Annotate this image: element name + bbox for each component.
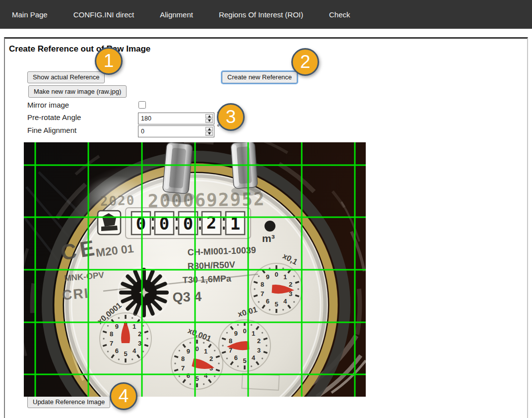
svg-text:2: 2 <box>138 330 141 338</box>
svg-text:4: 4 <box>283 298 287 305</box>
fine-alignment-spinner <box>205 126 213 136</box>
svg-text:9: 9 <box>266 273 269 281</box>
svg-text:4: 4 <box>252 354 256 361</box>
pre-rotate-spinner <box>205 114 213 123</box>
spin-down-button[interactable] <box>205 119 213 123</box>
svg-text:7: 7 <box>181 364 185 372</box>
spin-up-button[interactable] <box>205 127 213 131</box>
svg-text:6: 6 <box>266 298 269 305</box>
mirror-image-checkbox[interactable] <box>138 101 146 109</box>
meter-photo: 2020 2000692952 0 0 0 2 1 <box>24 142 366 397</box>
svg-text:1: 1 <box>133 323 136 330</box>
page-title: Create Reference out of Raw Image <box>9 44 150 54</box>
svg-text:5: 5 <box>274 300 278 308</box>
top-navigation: Main Page CONFIG.INI direct Alignment Re… <box>0 0 532 29</box>
nav-item-roi[interactable]: Regions Of Interest (ROI) <box>219 10 303 19</box>
svg-text:7: 7 <box>261 290 264 298</box>
nav-item-alignment[interactable]: Alignment <box>160 10 193 19</box>
nav-item-config-ini[interactable]: CONFIG.INI direct <box>73 10 134 19</box>
callout-4: 4 <box>110 382 137 410</box>
pre-rotate-angle-input[interactable] <box>138 113 214 124</box>
svg-text:7: 7 <box>110 340 113 347</box>
svg-text:2: 2 <box>209 355 213 362</box>
svg-text:4: 4 <box>204 372 208 379</box>
svg-text:5: 5 <box>243 357 246 364</box>
svg-text:6: 6 <box>187 372 190 379</box>
unit-label: m³ <box>262 233 275 244</box>
svg-text:8: 8 <box>181 355 185 362</box>
make-new-raw-image-button[interactable]: Make new raw image (raw.jpg) <box>28 85 127 98</box>
nav-item-check[interactable]: Check <box>329 10 350 19</box>
svg-text:3: 3 <box>257 347 261 354</box>
serial-year-text: 2020 <box>100 193 135 209</box>
fine-alignment-value[interactable] <box>141 128 200 135</box>
turbine-gear <box>118 267 170 318</box>
svg-text:8: 8 <box>110 330 113 338</box>
svg-text:1: 1 <box>204 348 207 355</box>
brand2-text: CRI <box>62 285 90 303</box>
svg-text:4: 4 <box>133 347 136 355</box>
arrow-up-icon <box>208 128 211 130</box>
svg-text:9: 9 <box>187 348 190 355</box>
callout-2: 2 <box>291 48 319 76</box>
svg-text:1: 1 <box>252 330 255 337</box>
pre-rotate-angle-label: Pre-rotate Angle <box>27 113 81 121</box>
update-reference-image-button[interactable]: Update Reference Image <box>27 396 110 408</box>
decimal-dot <box>265 221 275 232</box>
svg-text:0: 0 <box>243 327 246 335</box>
fine-alignment-input[interactable] <box>138 125 214 137</box>
svg-text:3: 3 <box>138 340 141 347</box>
svg-text:9: 9 <box>115 323 119 330</box>
svg-text:5: 5 <box>124 350 127 358</box>
arrow-down-icon <box>208 119 211 122</box>
svg-text:6: 6 <box>234 354 238 361</box>
svg-text:0: 0 <box>274 271 278 278</box>
svg-text:9: 9 <box>234 330 238 337</box>
odometer-digits: 0 0 0 2 1 <box>132 212 245 235</box>
fine-alignment-label: Fine Alignment <box>27 126 76 134</box>
svg-text:6: 6 <box>115 347 119 355</box>
callout-3: 3 <box>217 103 245 131</box>
create-new-reference-button[interactable]: Create new Reference <box>222 71 297 83</box>
callout-1: 1 <box>95 47 123 75</box>
mirror-image-label: Mirror image <box>27 101 69 109</box>
flow-text: Q3 4 <box>172 289 202 305</box>
arrow-down-icon <box>208 132 211 135</box>
svg-text:1: 1 <box>283 273 287 281</box>
reference-image-preview: 2020 2000692952 0 0 0 2 1 <box>24 142 366 397</box>
svg-text:8: 8 <box>229 337 232 345</box>
arrow-up-icon <box>208 115 211 118</box>
spin-up-button[interactable] <box>205 114 213 119</box>
odometer-digit: 2 <box>206 213 216 233</box>
svg-text:2: 2 <box>257 337 261 345</box>
svg-text:2: 2 <box>289 281 292 288</box>
svg-text:8: 8 <box>261 281 264 288</box>
show-actual-reference-button[interactable]: Show actual Reference <box>27 71 105 83</box>
pre-rotate-angle-value[interactable] <box>141 115 200 122</box>
nav-item-main-page[interactable]: Main Page <box>12 10 48 19</box>
spin-down-button[interactable] <box>205 132 213 136</box>
